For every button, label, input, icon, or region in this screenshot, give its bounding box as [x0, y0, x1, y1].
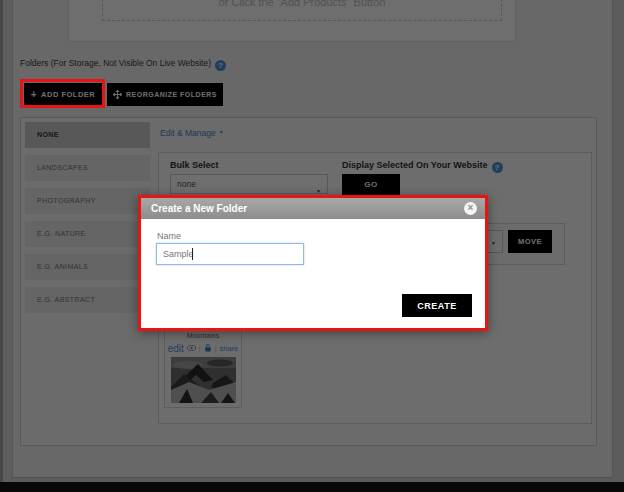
create-button[interactable]: CREATE	[402, 294, 472, 317]
modal-header: Create a New Folder ×	[141, 198, 485, 219]
create-folder-modal: Create a New Folder × Name CREATE	[138, 195, 488, 331]
name-field-label: Name	[157, 231, 181, 241]
modal-title: Create a New Folder	[151, 203, 247, 214]
text-cursor	[192, 248, 193, 260]
close-icon[interactable]: ×	[464, 202, 477, 215]
folder-name-input[interactable]	[156, 243, 304, 265]
add-folder-highlight-annotation	[20, 79, 105, 108]
